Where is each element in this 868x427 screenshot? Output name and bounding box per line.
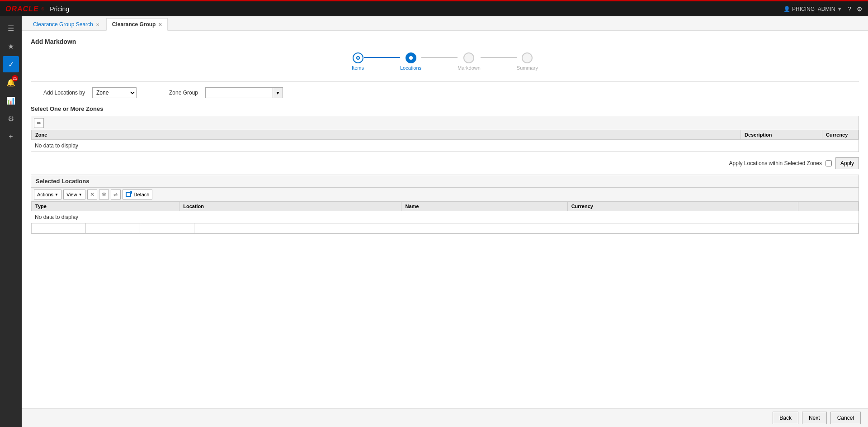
zones-no-data: No data to display <box>31 140 859 152</box>
main-layout: ☰ ★ ✓ 🔔 25 📊 ⚙ + Clearance Group Search … <box>0 16 868 427</box>
sidebar-item-menu[interactable]: ☰ <box>3 20 19 36</box>
tasks-icon: ✓ <box>8 60 14 69</box>
tab-clearance-group-search-close[interactable]: ✕ <box>96 22 99 27</box>
step-label-items: Items <box>352 65 364 71</box>
actions-button[interactable]: Actions ▼ <box>34 190 61 199</box>
zone-group-input[interactable] <box>205 87 273 98</box>
plus-icon: + <box>9 133 13 141</box>
selected-col-name: Name <box>401 202 567 211</box>
tab-clearance-group-search-label: Clearance Group Search <box>33 21 93 28</box>
remove-icon-button[interactable]: ✕ <box>87 190 97 199</box>
step-connector-3 <box>481 57 517 58</box>
tab-clearance-group-search[interactable]: Clearance Group Search ✕ <box>27 18 105 30</box>
tab-clearance-group[interactable]: Clearance Group ✕ <box>106 18 168 31</box>
freeze-icon: ❄ <box>102 191 106 198</box>
step-label-locations: Locations <box>400 65 421 71</box>
empty-row-1 <box>32 223 859 233</box>
freeze-icon-button[interactable]: ❄ <box>99 190 109 199</box>
cancel-button[interactable]: Cancel <box>830 412 861 424</box>
zones-edit-icon[interactable]: ✏ <box>34 118 44 128</box>
help-icon[interactable]: ? <box>848 5 851 13</box>
step-connector-1 <box>364 57 400 58</box>
detach-button[interactable]: Detach <box>123 190 153 199</box>
step-dot-locations <box>409 56 413 60</box>
view-chevron-icon: ▼ <box>79 193 82 197</box>
oracle-logo: ORACLE ® Pricing <box>5 5 69 13</box>
wizard-step-locations: Locations <box>400 52 421 71</box>
back-button[interactable]: Back <box>773 412 798 424</box>
sidebar-item-notifications[interactable]: 🔔 25 <box>3 74 19 90</box>
username: PRICING_ADMIN <box>792 6 835 12</box>
pencil-icon: ✏ <box>37 120 41 126</box>
sidebar-item-analytics[interactable]: 📊 <box>3 92 19 109</box>
zones-col-zone: Zone <box>32 130 741 140</box>
header-right: 👤 PRICING_ADMIN ▼ ? ⚙ <box>783 5 863 13</box>
selected-locations-toolbar: Actions ▼ View ▼ ✕ ❄ ⇌ <box>31 188 859 202</box>
sidebar: ☰ ★ ✓ 🔔 25 📊 ⚙ + <box>0 16 22 427</box>
next-button[interactable]: Next <box>802 412 827 424</box>
zone-group-label: Zone Group <box>144 90 198 96</box>
x-icon: ✕ <box>90 191 94 198</box>
actions-label: Actions <box>37 192 53 197</box>
apply-locations-row: Apply Locations within Selected Zones Ap… <box>31 157 859 169</box>
footer: Back Next Cancel <box>22 408 868 427</box>
step-dot-items <box>356 56 360 60</box>
zone-group-dropdown-btn[interactable]: ▼ <box>273 87 283 98</box>
menu-icon: ☰ <box>8 24 14 33</box>
step-connector-2 <box>421 57 458 58</box>
sidebar-item-home[interactable]: ★ <box>3 38 19 54</box>
sidebar-item-add[interactable]: + <box>3 128 19 145</box>
selected-no-data: No data to display <box>31 211 859 223</box>
step-circle-summary <box>522 52 533 63</box>
tab-clearance-group-close[interactable]: ✕ <box>158 22 162 27</box>
zone-group-input-group: ▼ <box>205 87 283 98</box>
selected-locations-section: Selected Locations Actions ▼ View ▼ ✕ <box>31 175 859 234</box>
analytics-icon: 📊 <box>6 96 15 105</box>
apply-button[interactable]: Apply <box>835 157 859 169</box>
notification-badge: 25 <box>12 75 18 81</box>
add-locations-by-label: Add Locations by <box>31 90 85 96</box>
add-locations-by-select[interactable]: Zone Location Location List <box>92 87 137 98</box>
wizard-step-items: Items <box>352 52 364 71</box>
selected-col-extra <box>798 202 859 211</box>
step-circle-locations <box>406 52 416 63</box>
page-content: Add Markdown Items Locations <box>22 31 868 408</box>
view-button[interactable]: View ▼ <box>63 190 85 199</box>
zones-table: Zone Description Currency <box>31 130 859 140</box>
zones-table-container: ✏ Zone Description Currency No data to d… <box>31 116 859 152</box>
gear-icon: ⚙ <box>8 114 14 123</box>
zones-section-title: Select One or More Zones <box>31 105 859 112</box>
settings-icon[interactable]: ⚙ <box>857 5 863 13</box>
top-header: ORACLE ® Pricing 👤 PRICING_ADMIN ▼ ? ⚙ <box>0 0 868 16</box>
selected-col-location: Location <box>179 202 401 211</box>
selected-locations-table: Type Location Name Currency <box>31 202 859 211</box>
selected-col-type: Type <box>32 202 179 211</box>
wrap-icon-button[interactable]: ⇌ <box>111 190 121 199</box>
actions-chevron-icon: ▼ <box>55 193 58 197</box>
chevron-down-icon: ▼ <box>276 90 280 95</box>
tab-clearance-group-label: Clearance Group <box>112 21 156 28</box>
apply-locations-label: Apply Locations within Selected Zones <box>729 160 822 166</box>
oracle-text: ORACLE <box>5 5 39 13</box>
apply-locations-checkbox[interactable] <box>826 160 832 166</box>
sidebar-item-tasks[interactable]: ✓ <box>3 56 19 72</box>
detach-label: Detach <box>134 192 150 197</box>
user-info: 👤 PRICING_ADMIN ▼ <box>783 6 842 12</box>
detach-icon <box>126 192 131 197</box>
wizard-step-summary: Summary <box>517 52 538 71</box>
tabs-bar: Clearance Group Search ✕ Clearance Group… <box>22 16 868 31</box>
selected-col-currency: Currency <box>567 202 798 211</box>
star-icon: ★ <box>8 42 14 51</box>
selected-locations-header: Selected Locations <box>31 175 859 188</box>
sidebar-item-settings[interactable]: ⚙ <box>3 110 19 127</box>
view-label: View <box>66 192 77 197</box>
add-locations-form-row: Add Locations by Zone Location Location … <box>31 87 859 98</box>
selected-locations-title: Selected Locations <box>36 178 89 185</box>
zones-table-toolbar: ✏ <box>31 116 859 130</box>
step-label-summary: Summary <box>517 65 538 71</box>
wizard-steps: Items Locations Markdown <box>31 52 859 71</box>
content-area: Clearance Group Search ✕ Clearance Group… <box>22 16 868 427</box>
page-title: Add Markdown <box>31 38 859 45</box>
wrap-icon: ⇌ <box>113 192 118 198</box>
zones-col-description: Description <box>741 130 822 140</box>
